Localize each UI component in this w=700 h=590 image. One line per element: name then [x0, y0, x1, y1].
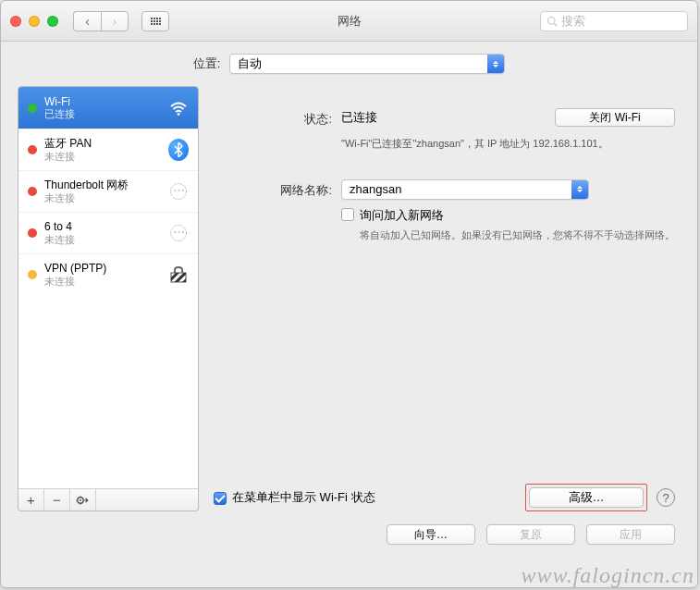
show-menubar-label: 在菜单栏中显示 Wi-Fi 状态 [232, 489, 375, 506]
svg-rect-8 [171, 273, 186, 282]
help-button[interactable]: ? [657, 488, 675, 507]
svg-text:⋯: ⋯ [173, 183, 185, 197]
status-description: "Wi-Fi"已连接至"zhangsan"，其 IP 地址为 192.168.1… [341, 136, 675, 152]
minimize-icon[interactable] [29, 16, 40, 27]
status-dot-icon [28, 270, 37, 279]
interface-list[interactable]: Wi-Fi已连接蓝牙 PAN未连接Thunderbolt 网桥未连接⋯6 to … [18, 86, 199, 489]
interface-name: Wi-Fi [44, 95, 161, 108]
svg-point-0 [548, 17, 556, 24]
footer-buttons: 向导… 复原 应用 [1, 511, 697, 545]
network-prefs-window: ‹ › 网络 搜索 位置: 自动 Wi-Fi已连接蓝牙 PAN未连接Thunde… [0, 0, 698, 588]
chevron-updown-icon [487, 55, 504, 73]
interface-status: 未连接 [44, 276, 161, 288]
bluetooth-icon [168, 140, 189, 160]
list-toolbar: + − [18, 488, 199, 511]
interface-item-bluetooth[interactable]: 蓝牙 PAN未连接 [18, 129, 198, 170]
search-icon [546, 16, 558, 27]
interface-item-thunderbolt[interactable]: Thunderbolt 网桥未连接⋯ [18, 170, 198, 212]
location-select[interactable]: 自动 [229, 54, 505, 74]
zoom-icon[interactable] [47, 16, 58, 27]
interface-status: 已连接 [44, 108, 161, 120]
network-name-select[interactable]: zhangsan [341, 179, 589, 200]
status-dot-icon [28, 145, 37, 154]
watermark: www.falogincn.cn [521, 563, 694, 588]
interface-name: 蓝牙 PAN [44, 137, 161, 150]
window-title: 网络 [338, 13, 362, 30]
back-button[interactable]: ‹ [73, 11, 101, 31]
ask-join-checkbox[interactable] [341, 208, 354, 221]
vpn-icon [168, 264, 189, 285]
status-dot-icon [28, 187, 37, 196]
status-label: 状态: [214, 108, 341, 128]
ask-join-label: 询问加入新网络 [360, 207, 444, 224]
svg-text:⋯: ⋯ [173, 225, 185, 239]
location-label: 位置: [193, 55, 221, 72]
svg-line-1 [554, 23, 557, 26]
grid-icon [151, 18, 161, 25]
status-value: 已连接 [341, 109, 377, 126]
show-all-button[interactable] [141, 11, 169, 31]
6to4-icon: ⋯ [168, 223, 189, 243]
interface-status: 未连接 [44, 151, 161, 163]
remove-button[interactable]: − [44, 489, 70, 510]
advanced-button[interactable]: 高级… [529, 487, 644, 508]
interface-item-vpn[interactable]: VPN (PPTP)未连接 [18, 253, 198, 295]
interface-item-6to4[interactable]: 6 to 4未连接⋯ [18, 212, 198, 253]
search-input[interactable]: 搜索 [540, 11, 688, 31]
turn-off-wifi-button[interactable]: 关闭 Wi-Fi [555, 108, 675, 127]
gear-icon [76, 495, 91, 506]
actions-button[interactable] [70, 489, 96, 510]
main-panel: 状态: 已连接 关闭 Wi-Fi "Wi-Fi"已连接至"zhangsan"，其… [214, 86, 681, 511]
close-icon[interactable] [10, 16, 21, 27]
interface-name: Thunderbolt 网桥 [44, 178, 161, 191]
wifi-icon [168, 98, 189, 118]
interface-item-wifi[interactable]: Wi-Fi已连接 [18, 87, 198, 129]
traffic-lights [10, 16, 58, 27]
interface-name: VPN (PPTP) [44, 262, 161, 275]
status-dot-icon [28, 228, 37, 238]
titlebar: ‹ › 网络 搜索 [1, 1, 697, 42]
forward-button: › [101, 11, 129, 31]
ask-join-description: 将自动加入已知网络。如果没有已知网络，您将不得不手动选择网络。 [341, 227, 675, 243]
location-row: 位置: 自动 [1, 42, 697, 86]
wizard-button[interactable]: 向导… [387, 524, 475, 545]
interface-status: 未连接 [44, 192, 161, 204]
chevron-updown-icon [571, 180, 588, 199]
add-button[interactable]: + [18, 489, 44, 510]
apply-button: 应用 [586, 524, 675, 545]
svg-point-11 [80, 499, 81, 501]
show-menubar-checkbox[interactable] [214, 492, 227, 505]
status-dot-icon [28, 104, 37, 113]
svg-point-2 [178, 113, 180, 116]
revert-button: 复原 [486, 524, 575, 545]
network-name-label: 网络名称: [214, 179, 341, 199]
thunderbolt-icon: ⋯ [168, 181, 189, 202]
interface-status: 未连接 [44, 234, 161, 246]
interface-name: 6 to 4 [44, 220, 161, 233]
